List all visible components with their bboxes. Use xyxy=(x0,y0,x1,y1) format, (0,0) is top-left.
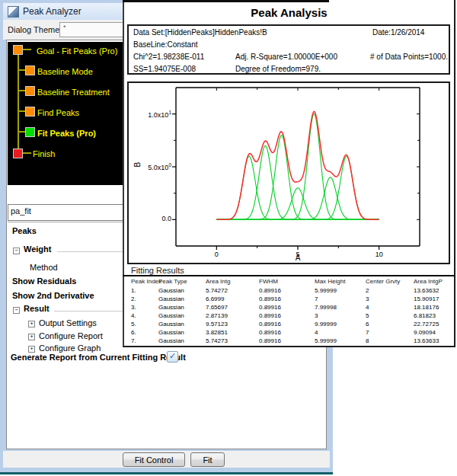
table-cell: 3 xyxy=(366,296,369,302)
wizard-connector-line xyxy=(18,69,25,71)
dialog-theme-label: Dialog Theme xyxy=(8,25,59,34)
table-cell: 2. xyxy=(131,296,136,302)
table-column-header: Area Intg xyxy=(206,278,230,285)
wizard-step-baseline-mode[interactable]: Baseline Mode xyxy=(37,67,93,76)
window-icon xyxy=(8,6,19,18)
x-axis-label: A xyxy=(283,254,313,262)
wizard-step-finish[interactable]: Finish xyxy=(33,149,55,158)
stat-chi2: Chi^2=1.98238E-011 xyxy=(133,53,204,61)
fit-button[interactable]: Fit xyxy=(190,452,225,467)
stat-data-set: Data Set:[HiddenPeaks]HiddenPeaks!B xyxy=(133,28,267,37)
generate-report-label: Generate Report from Current Fitting Res… xyxy=(11,353,186,362)
table-cell: 6 xyxy=(366,321,369,327)
table-cell: 9.57123 xyxy=(206,321,228,327)
fitting-results-heading: Fitting Results xyxy=(131,266,184,275)
fit-chart-plot xyxy=(129,83,449,263)
report-top-edge xyxy=(123,0,329,2)
table-column-header: Peak Index xyxy=(131,278,161,285)
wizard-step-baseline-treatment[interactable]: Baseline Treatment xyxy=(37,88,110,97)
table-cell: 9.99999 xyxy=(315,321,337,327)
wizard-step-icon-goal[interactable] xyxy=(13,45,23,55)
table-cell: Gaussian xyxy=(158,296,184,302)
wizard-step-goal[interactable]: Goal - Fit Peaks (Pro) xyxy=(37,46,117,56)
dialog-bottom-edge xyxy=(0,472,333,474)
wizard-step-find-peaks[interactable]: Find Peaks xyxy=(37,108,79,117)
table-cell: Gaussian xyxy=(158,337,184,344)
expand-configure-report-icon[interactable] xyxy=(28,334,35,340)
table-cell: 2.87139 xyxy=(206,312,228,319)
wizard-step-icon-baseline-treatment[interactable] xyxy=(25,86,35,96)
table-cell: 2 xyxy=(366,287,369,294)
generate-report-checkbox[interactable]: ✓ xyxy=(167,351,178,363)
peak-analysis-report-window: Peak Analysis Data Set:[HiddenPeaks]Hidd… xyxy=(123,0,455,347)
wizard-connector-line xyxy=(18,90,25,91)
wizard-step-icon-find-peaks[interactable] xyxy=(25,107,35,117)
component-curve xyxy=(216,135,379,219)
dialog-title: Peak Analyzer xyxy=(23,6,81,17)
table-cell: 7 xyxy=(366,329,369,336)
fit-control-button[interactable]: Fit Control xyxy=(123,452,185,467)
table-cell: 7. xyxy=(131,337,136,344)
table-cell: 13.63632 xyxy=(414,287,439,294)
table-cell: 0.89916 xyxy=(259,287,281,294)
table-cell: 5.99999 xyxy=(315,287,337,294)
table-cell: Gaussian xyxy=(158,329,184,336)
component-curve xyxy=(216,177,379,219)
stat-adj-r-square: Adj. R-Square=1.00000E+000 xyxy=(235,53,337,61)
table-cell: 0.89916 xyxy=(259,321,281,327)
component-curve xyxy=(216,145,379,219)
table-cell: 1. xyxy=(131,287,136,294)
table-cell: 6.81823 xyxy=(414,312,436,319)
stat-ss: SS=1.94075E-008 xyxy=(133,65,196,73)
table-cell: 5.99999 xyxy=(315,337,337,344)
x-tick-label: 10 xyxy=(364,251,395,258)
table-cell: 18.18176 xyxy=(414,304,439,311)
settings-result-group[interactable]: Result xyxy=(24,304,50,313)
table-column-header: Max Height xyxy=(315,278,345,285)
table-cell: 4 xyxy=(366,304,369,311)
expand-output-settings-icon[interactable] xyxy=(28,321,35,327)
settings-show-2nd-derivative: Show 2nd Derivative xyxy=(12,291,94,300)
table-cell: 4 xyxy=(315,329,318,336)
settings-output-settings[interactable]: Output Settings xyxy=(39,318,97,327)
stat-dof: Degree of Freedom=979. xyxy=(235,65,321,73)
table-column-header: Area IntgP xyxy=(414,278,443,285)
table-cell: 0.89916 xyxy=(259,312,281,319)
table-cell: 5 xyxy=(366,312,369,319)
table-cell: 0.89916 xyxy=(259,304,281,311)
wizard-step-fit-peaks[interactable]: Fit Peaks (Pro) xyxy=(37,129,96,138)
settings-weight-group[interactable]: Weight xyxy=(24,244,51,254)
table-cell: Gaussian xyxy=(158,304,184,311)
table-cell: 13.63633 xyxy=(414,337,439,344)
table-cell: 15.90917 xyxy=(414,296,439,302)
wizard-step-icon-finish[interactable] xyxy=(13,149,23,158)
table-cell: 3. xyxy=(131,304,136,311)
table-cell: 7.99998 xyxy=(315,304,337,311)
stat-baseline: BaseLine:Constant xyxy=(133,40,198,49)
collapse-result-icon[interactable] xyxy=(13,307,20,314)
table-cell: 3.82851 xyxy=(206,329,228,336)
wizard-step-icon-baseline-mode[interactable] xyxy=(25,65,35,75)
y-axis-label: B xyxy=(133,157,142,168)
settings-configure-graph[interactable]: Configure Graph xyxy=(39,343,101,353)
settings-configure-report[interactable]: Configure Report xyxy=(39,331,103,340)
table-cell: 7.65697 xyxy=(206,304,228,311)
y-tick-label: 1.0x101 xyxy=(148,110,171,119)
table-cell: 9.09094 xyxy=(414,329,436,336)
table-cell: 6.6999 xyxy=(206,296,224,302)
table-cell: 8 xyxy=(366,337,369,344)
fit-sum-curve xyxy=(216,112,379,220)
table-cell: Gaussian xyxy=(158,287,184,294)
table-cell: 5. xyxy=(131,321,136,327)
table-column-header: FWHM xyxy=(259,278,278,285)
expand-configure-graph-icon[interactable] xyxy=(28,346,35,353)
stat-date: Date:1/26/2014 xyxy=(372,28,424,37)
report-title: Peak Analysis xyxy=(124,6,454,19)
report-stats-box: Data Set:[HiddenPeaks]HiddenPeaks!B Date… xyxy=(127,24,450,75)
collapse-weight-icon[interactable] xyxy=(13,248,20,254)
wizard-step-icon-fit-peaks[interactable] xyxy=(25,127,35,137)
wizard-connector-line xyxy=(23,49,31,50)
component-curve xyxy=(216,114,379,220)
dialog-button-row: Fit Control Fit xyxy=(3,451,330,468)
settings-show-residuals: Show Residuals xyxy=(12,276,76,286)
